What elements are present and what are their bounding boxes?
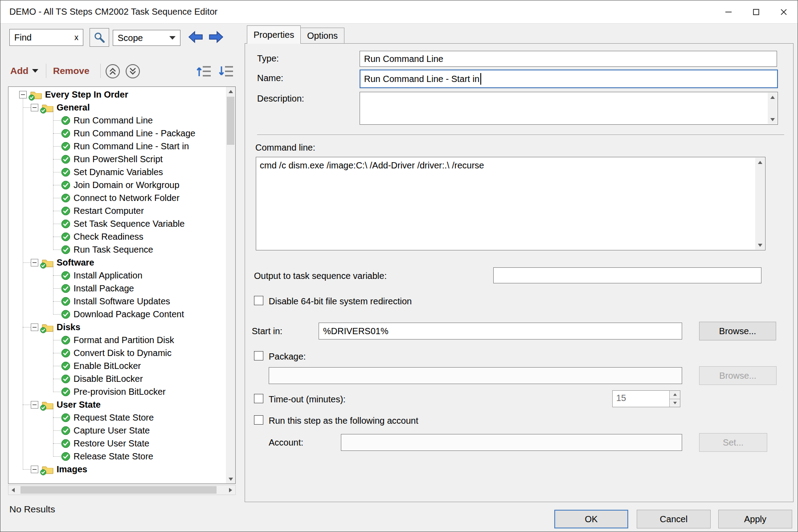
tree-item-row[interactable]: Run Command Line bbox=[8, 114, 225, 127]
scroll-up-icon[interactable] bbox=[226, 87, 235, 96]
tree-item-row[interactable]: Connect to Network Folder bbox=[8, 192, 225, 205]
find-input[interactable]: Find x bbox=[9, 29, 83, 46]
maximize-button[interactable] bbox=[742, 0, 770, 23]
scroll-down-icon[interactable] bbox=[755, 241, 765, 250]
tree-group-row[interactable]: User State bbox=[8, 398, 225, 411]
tree-connector bbox=[53, 301, 61, 302]
spin-down-button[interactable] bbox=[670, 399, 680, 407]
spin-up-button[interactable] bbox=[670, 391, 680, 399]
tree-item-row[interactable]: Run Task Sequence bbox=[8, 243, 225, 256]
remove-button[interactable]: Remove bbox=[53, 65, 90, 76]
expand-all-button[interactable] bbox=[124, 63, 141, 80]
disable-redirection-checkbox[interactable] bbox=[254, 296, 263, 305]
tree-item-row[interactable]: Restore User State bbox=[8, 437, 225, 450]
type-field[interactable] bbox=[360, 51, 777, 67]
tree-item-row[interactable]: Set Dynamic Variables bbox=[8, 166, 225, 179]
tree-group-row[interactable]: Disks bbox=[8, 321, 225, 334]
add-button[interactable]: Add bbox=[10, 65, 38, 76]
tree-item-row[interactable]: Run Command Line - Start in bbox=[8, 140, 225, 153]
start-in-browse-button[interactable]: Browse... bbox=[699, 322, 776, 340]
output-variable-input[interactable] bbox=[493, 267, 761, 283]
apply-button[interactable]: Apply bbox=[718, 510, 792, 528]
scope-dropdown[interactable]: Scope bbox=[113, 30, 180, 46]
tree-item-row[interactable]: Convert Disk to Dynamic bbox=[8, 347, 225, 360]
tree-root-row[interactable]: Every Step In Order bbox=[8, 88, 225, 101]
tree-group-row[interactable]: Software bbox=[8, 256, 225, 269]
scroll-left-icon[interactable] bbox=[8, 485, 18, 495]
scroll-up-icon[interactable] bbox=[755, 158, 765, 167]
tree-item-row[interactable]: Format and Partition Disk bbox=[8, 334, 225, 347]
collapse-icon[interactable] bbox=[31, 104, 38, 111]
tree-group-label: Disks bbox=[57, 322, 80, 332]
scroll-down-icon[interactable] bbox=[768, 115, 777, 124]
command-line-field[interactable]: cmd /c dism.exe /image:C:\ /Add-Driver /… bbox=[256, 157, 765, 250]
tree-item-row[interactable]: Install Package bbox=[8, 282, 225, 295]
collapse-icon[interactable] bbox=[19, 91, 27, 98]
tree-item-row[interactable]: Restart Computer bbox=[8, 205, 225, 217]
tree-item-row[interactable]: Run Command Line - Package bbox=[8, 127, 225, 140]
tree-item-label: Run Command Line - Package bbox=[74, 128, 195, 139]
tree-item-row[interactable]: Install Software Updates bbox=[8, 295, 225, 308]
check-circle-icon bbox=[61, 193, 70, 203]
collapse-icon[interactable] bbox=[31, 466, 38, 473]
scrollbar-thumb[interactable] bbox=[227, 97, 234, 145]
tree-item-row[interactable]: Check Readiness bbox=[8, 230, 225, 243]
package-input[interactable] bbox=[269, 367, 682, 384]
tree-item-row[interactable]: Run PowerShell Script bbox=[8, 153, 225, 166]
tree-item-row[interactable]: Set Task Sequence Variable bbox=[8, 217, 225, 230]
tree-item-row[interactable]: Enable BitLocker bbox=[8, 360, 225, 372]
collapse-all-button[interactable] bbox=[104, 63, 121, 80]
tree-item-row[interactable]: Download Package Content bbox=[8, 308, 225, 321]
search-button[interactable] bbox=[90, 28, 109, 47]
move-step-down-button[interactable] bbox=[217, 63, 235, 80]
move-step-up-button[interactable] bbox=[195, 63, 213, 80]
collapse-icon[interactable] bbox=[31, 401, 38, 409]
tree-group-row[interactable]: General bbox=[8, 101, 225, 114]
name-field[interactable]: Run Command Line - Start in bbox=[360, 70, 778, 88]
find-previous-button[interactable] bbox=[186, 28, 205, 46]
tree-item-label: Run PowerShell Script bbox=[74, 154, 163, 164]
tab-properties[interactable]: Properties bbox=[247, 25, 301, 44]
ok-button[interactable]: OK bbox=[554, 510, 628, 528]
run-as-account-label[interactable]: Run this step as the following account bbox=[269, 416, 418, 426]
package-browse-button[interactable]: Browse... bbox=[699, 366, 777, 385]
tree-item-label: Capture User State bbox=[74, 426, 150, 436]
timeout-checkbox[interactable] bbox=[254, 394, 263, 403]
disable-redirection-label[interactable]: Disable 64-bit file system redirection bbox=[269, 296, 412, 307]
timeout-label[interactable]: Time-out (minutes): bbox=[269, 394, 346, 405]
account-input[interactable] bbox=[341, 434, 682, 451]
tree-item-row[interactable]: Pre-provision BitLocker bbox=[8, 385, 225, 398]
run-as-account-checkbox[interactable] bbox=[254, 415, 263, 425]
tree-item-row[interactable]: Release State Store bbox=[8, 450, 225, 463]
tree-group-row[interactable]: Images bbox=[8, 463, 225, 476]
collapse-icon[interactable] bbox=[31, 323, 38, 331]
description-scrollbar[interactable] bbox=[768, 93, 777, 124]
tree-vertical-scrollbar[interactable] bbox=[226, 87, 235, 483]
find-next-button[interactable] bbox=[206, 28, 226, 46]
scroll-right-icon[interactable] bbox=[226, 485, 235, 495]
tree-item-row[interactable]: Disable BitLocker bbox=[8, 372, 225, 385]
chevron-down-icon bbox=[169, 36, 176, 40]
timeout-spinner[interactable]: 15 bbox=[612, 390, 680, 407]
cancel-button[interactable]: Cancel bbox=[637, 510, 711, 528]
tree-horizontal-scrollbar[interactable] bbox=[8, 485, 236, 495]
tree-item-row[interactable]: Capture User State bbox=[8, 424, 225, 437]
package-label[interactable]: Package: bbox=[269, 352, 306, 362]
collapse-icon[interactable] bbox=[31, 259, 38, 266]
close-icon bbox=[779, 8, 788, 16]
scroll-up-icon[interactable] bbox=[768, 93, 777, 102]
account-set-button[interactable]: Set... bbox=[699, 433, 767, 452]
minimize-button[interactable] bbox=[715, 0, 742, 23]
tree-item-row[interactable]: Request State Store bbox=[8, 411, 225, 424]
scrollbar-thumb[interactable] bbox=[20, 486, 217, 494]
start-in-input[interactable] bbox=[319, 323, 682, 340]
package-checkbox[interactable] bbox=[254, 351, 263, 360]
clear-search-button[interactable]: x bbox=[74, 33, 78, 42]
scroll-down-icon[interactable] bbox=[226, 475, 235, 483]
tree-item-row[interactable]: Install Application bbox=[8, 269, 225, 282]
tab-options[interactable]: Options bbox=[301, 28, 344, 44]
description-field[interactable] bbox=[360, 92, 778, 125]
tree-item-row[interactable]: Join Domain or Workgroup bbox=[8, 179, 225, 192]
command-line-scrollbar[interactable] bbox=[755, 158, 765, 250]
close-button[interactable] bbox=[770, 0, 798, 23]
